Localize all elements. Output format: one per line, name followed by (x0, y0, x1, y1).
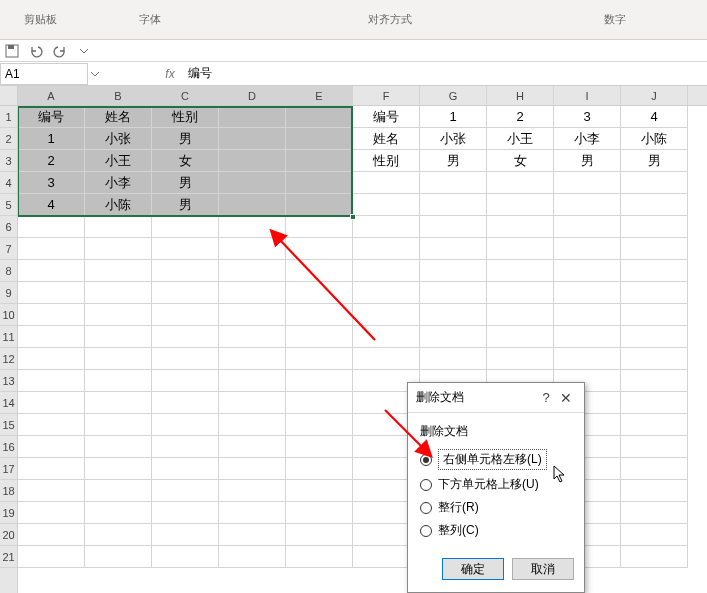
cell[interactable] (152, 458, 219, 480)
cell[interactable] (18, 326, 85, 348)
cell[interactable]: 3 (554, 106, 621, 128)
cell[interactable] (621, 524, 688, 546)
cell[interactable] (353, 348, 420, 370)
cell[interactable] (219, 304, 286, 326)
cell[interactable] (85, 370, 152, 392)
help-icon[interactable]: ? (536, 390, 556, 405)
row-header-14[interactable]: 14 (0, 392, 17, 414)
cell[interactable]: 1 (18, 128, 85, 150)
cell[interactable] (18, 502, 85, 524)
cell[interactable]: 2 (487, 106, 554, 128)
cell[interactable] (621, 348, 688, 370)
cell[interactable] (286, 370, 353, 392)
cell[interactable] (18, 480, 85, 502)
cell[interactable] (353, 260, 420, 282)
cell[interactable] (420, 194, 487, 216)
cell[interactable] (621, 414, 688, 436)
cell[interactable] (85, 480, 152, 502)
cell[interactable] (219, 238, 286, 260)
cell[interactable] (621, 172, 688, 194)
cell[interactable]: 编号 (353, 106, 420, 128)
cell[interactable] (152, 282, 219, 304)
cell[interactable] (219, 414, 286, 436)
cell[interactable] (18, 216, 85, 238)
radio-entire-row[interactable]: 整行(R) (420, 496, 572, 519)
cell[interactable] (18, 304, 85, 326)
row-header-16[interactable]: 16 (0, 436, 17, 458)
cell[interactable] (353, 326, 420, 348)
close-icon[interactable]: ✕ (556, 390, 576, 406)
cell[interactable]: 姓名 (353, 128, 420, 150)
cell[interactable] (152, 392, 219, 414)
cell[interactable] (152, 260, 219, 282)
cell[interactable] (152, 348, 219, 370)
cell[interactable] (219, 106, 286, 128)
cell[interactable]: 小李 (85, 172, 152, 194)
cell[interactable] (621, 304, 688, 326)
cell[interactable] (286, 128, 353, 150)
undo-icon[interactable] (28, 43, 44, 59)
cell[interactable] (621, 480, 688, 502)
cell[interactable] (286, 458, 353, 480)
cell[interactable] (219, 524, 286, 546)
cell[interactable] (219, 216, 286, 238)
cell[interactable] (420, 282, 487, 304)
cell[interactable] (487, 194, 554, 216)
cell[interactable] (85, 348, 152, 370)
cell[interactable] (152, 370, 219, 392)
cell[interactable] (420, 304, 487, 326)
row-header-4[interactable]: 4 (0, 172, 17, 194)
cell[interactable] (286, 480, 353, 502)
save-icon[interactable] (4, 43, 20, 59)
cell[interactable]: 小李 (554, 128, 621, 150)
cell[interactable] (85, 216, 152, 238)
cell[interactable] (487, 216, 554, 238)
cell[interactable]: 小陈 (85, 194, 152, 216)
cell[interactable] (219, 150, 286, 172)
cell[interactable] (85, 392, 152, 414)
cell[interactable] (85, 304, 152, 326)
cell[interactable] (85, 326, 152, 348)
row-header-6[interactable]: 6 (0, 216, 17, 238)
cell[interactable] (85, 524, 152, 546)
row-header-15[interactable]: 15 (0, 414, 17, 436)
radio-shift-up[interactable]: 下方单元格上移(U) (420, 473, 572, 496)
cell[interactable] (152, 436, 219, 458)
cell[interactable]: 男 (152, 194, 219, 216)
col-header-G[interactable]: G (420, 86, 487, 105)
qat-dropdown-icon[interactable] (76, 43, 92, 59)
cell[interactable] (152, 414, 219, 436)
cell[interactable]: 编号 (18, 106, 85, 128)
cell[interactable]: 2 (18, 150, 85, 172)
col-header-C[interactable]: C (152, 86, 219, 105)
cell[interactable] (18, 282, 85, 304)
cell[interactable] (286, 546, 353, 568)
cell[interactable] (286, 392, 353, 414)
cell[interactable] (554, 216, 621, 238)
cell[interactable] (18, 348, 85, 370)
formula-input[interactable]: 编号 (182, 65, 707, 82)
col-header-F[interactable]: F (353, 86, 420, 105)
cell[interactable] (286, 348, 353, 370)
cell[interactable] (152, 326, 219, 348)
cell[interactable]: 4 (621, 106, 688, 128)
cell[interactable] (286, 172, 353, 194)
cell[interactable] (18, 238, 85, 260)
cell[interactable] (621, 436, 688, 458)
cell[interactable]: 小张 (85, 128, 152, 150)
cell[interactable]: 小王 (487, 128, 554, 150)
cell[interactable] (85, 502, 152, 524)
cell[interactable]: 性别 (353, 150, 420, 172)
cell[interactable] (554, 238, 621, 260)
cell[interactable] (219, 480, 286, 502)
cell[interactable] (219, 370, 286, 392)
cell[interactable] (621, 216, 688, 238)
cell[interactable]: 性别 (152, 106, 219, 128)
cell[interactable] (219, 458, 286, 480)
row-header-9[interactable]: 9 (0, 282, 17, 304)
cell[interactable] (219, 546, 286, 568)
row-header-21[interactable]: 21 (0, 546, 17, 568)
cell[interactable] (353, 194, 420, 216)
cell[interactable] (621, 546, 688, 568)
cell[interactable] (152, 524, 219, 546)
